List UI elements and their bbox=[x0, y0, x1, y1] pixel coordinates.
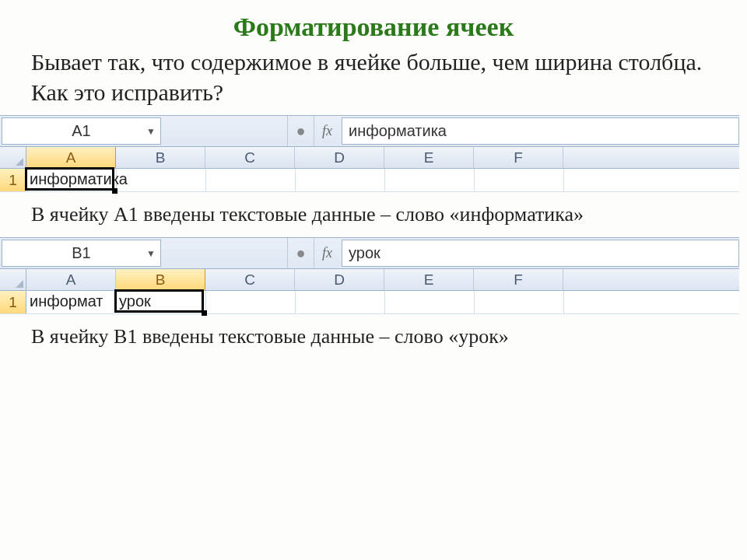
spreadsheet-grid[interactable]: A B C D E F 1 информат урок bbox=[0, 269, 739, 314]
col-header-c[interactable]: C bbox=[205, 147, 295, 168]
expand-icon[interactable]: ● bbox=[287, 238, 314, 268]
col-header-a[interactable]: A bbox=[26, 147, 116, 168]
col-header-b[interactable]: B bbox=[116, 269, 205, 290]
col-header-e[interactable]: E bbox=[384, 269, 474, 290]
intro-paragraph: Бывает так, что содержимое в ячейке боль… bbox=[31, 47, 716, 107]
chevron-down-icon[interactable]: ▼ bbox=[146, 248, 156, 259]
col-header-c[interactable]: C bbox=[205, 269, 295, 290]
spreadsheet-grid[interactable]: A B C D E F 1 информатика bbox=[0, 147, 739, 192]
cell-a1-text: информат bbox=[30, 292, 116, 310]
name-box[interactable]: A1 ▼ bbox=[2, 117, 161, 145]
fx-button[interactable]: fx bbox=[314, 238, 340, 268]
excel-screenshot-2: B1 ▼ ● fx урок A B C D E F 1 bbox=[0, 237, 739, 314]
col-header-f[interactable]: F bbox=[474, 269, 563, 290]
name-box[interactable]: B1 ▼ bbox=[2, 240, 161, 267]
col-header-d[interactable]: D bbox=[295, 269, 384, 290]
row-header-1[interactable]: 1 bbox=[0, 291, 26, 313]
expand-icon[interactable]: ● bbox=[287, 116, 314, 146]
selection-box bbox=[114, 289, 204, 313]
fill-handle[interactable] bbox=[112, 188, 117, 194]
select-all-corner[interactable] bbox=[0, 147, 26, 168]
caption-2: В ячейку В1 введены текстовые данные – с… bbox=[31, 325, 716, 348]
col-header-f[interactable]: F bbox=[474, 147, 563, 168]
name-box-value: A1 bbox=[72, 122, 90, 140]
chevron-down-icon[interactable]: ▼ bbox=[146, 126, 156, 137]
fill-handle[interactable] bbox=[202, 310, 207, 316]
formula-value: урок bbox=[349, 244, 381, 262]
col-header-b[interactable]: B bbox=[116, 147, 205, 168]
formula-value: информатика bbox=[349, 122, 447, 140]
select-all-corner[interactable] bbox=[0, 269, 26, 290]
selection-box bbox=[25, 167, 114, 191]
formula-input[interactable]: информатика bbox=[342, 117, 739, 145]
formula-bar: B1 ▼ ● fx урок bbox=[0, 238, 739, 269]
fx-button[interactable]: fx bbox=[314, 116, 340, 146]
excel-screenshot-1: A1 ▼ ● fx информатика A B C D E F 1 bbox=[0, 115, 739, 192]
name-box-value: B1 bbox=[72, 244, 90, 262]
col-header-a[interactable]: A bbox=[26, 269, 116, 290]
col-header-e[interactable]: E bbox=[384, 147, 474, 168]
row-header-1[interactable]: 1 bbox=[0, 169, 26, 191]
col-header-d[interactable]: D bbox=[295, 147, 384, 168]
caption-1: В ячейку А1 введены текстовые данные – с… bbox=[31, 203, 716, 226]
formula-bar: A1 ▼ ● fx информатика bbox=[0, 116, 739, 147]
formula-input[interactable]: урок bbox=[342, 240, 739, 267]
page-title: Форматирование ячеек bbox=[31, 12, 716, 42]
